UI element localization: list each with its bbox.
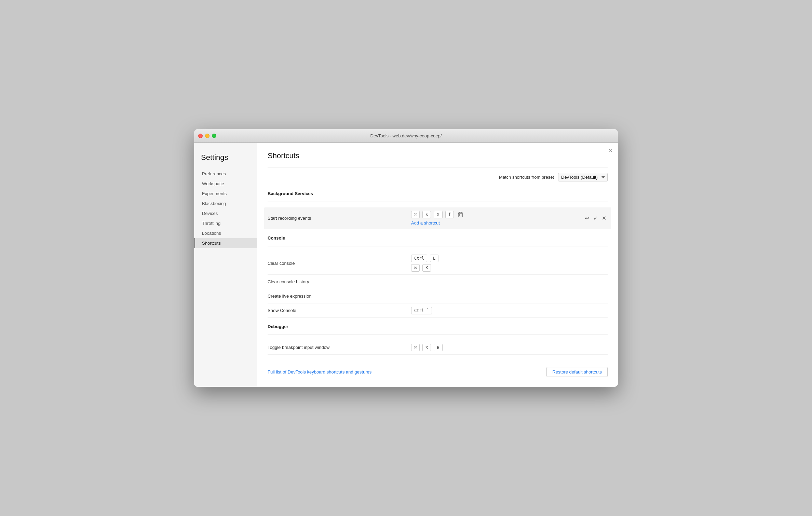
- preset-label: Match shortcuts from preset: [499, 175, 554, 180]
- close-button[interactable]: ×: [609, 148, 612, 154]
- preset-row: Match shortcuts from preset DevTools (De…: [268, 173, 608, 181]
- sidebar-item-locations[interactable]: Locations: [194, 228, 257, 238]
- traffic-lights: [198, 134, 216, 138]
- shortcut-row-live-expression: Create live expression: [268, 289, 608, 303]
- confirm-button[interactable]: ✓: [592, 214, 599, 222]
- add-shortcut-link[interactable]: Add a shortcut: [411, 220, 440, 226]
- maximize-traffic-light[interactable]: [212, 134, 216, 138]
- sidebar-item-shortcuts[interactable]: Shortcuts: [194, 238, 257, 248]
- sidebar-item-devices[interactable]: Devices: [194, 208, 257, 218]
- shortcut-row-clear-console: Clear console Ctrl L ⌘ K: [268, 252, 608, 275]
- shortcut-row-start-recording: Start recording events ⌘ s ⌘ f: [264, 207, 611, 229]
- section-divider-debugger: [268, 335, 608, 335]
- section-debugger: Debugger Toggle breakpoint input window …: [268, 321, 608, 355]
- key-row-ctrl-l: Ctrl L: [411, 255, 608, 262]
- shortcut-keys-clear-console: Ctrl L ⌘ K: [411, 255, 608, 272]
- key-f: f: [445, 211, 454, 218]
- shortcut-row-toggle-breakpoint: Toggle breakpoint input window ⌘ ⌥ B: [268, 340, 608, 355]
- delete-shortcut-button[interactable]: [457, 211, 464, 218]
- shortcut-row-show-console: Show Console Ctrl `: [268, 303, 608, 318]
- shortcut-keys-toggle-breakpoint: ⌘ ⌥ B: [411, 344, 608, 351]
- key-row-start-recording: ⌘ s ⌘ f: [411, 211, 583, 218]
- key-cmd2: ⌘: [434, 211, 442, 218]
- key-row-ctrl-backtick: Ctrl `: [411, 307, 608, 314]
- key-cmd: ⌘: [411, 211, 420, 218]
- key-row-cmd-k: ⌘ K: [411, 264, 608, 272]
- key-b: B: [434, 344, 442, 351]
- svg-rect-0: [458, 213, 462, 217]
- devtools-window: DevTools - web.dev/why-coop-coep/ Settin…: [194, 129, 618, 387]
- key-cmd-k1: ⌘: [411, 264, 420, 272]
- section-divider-bg: [268, 202, 608, 202]
- key-l: L: [430, 255, 438, 262]
- preset-select[interactable]: DevTools (Default) Visual Studio Code: [558, 173, 608, 181]
- section-title-debugger: Debugger: [268, 321, 608, 332]
- main-content: × Shortcuts Match shortcuts from preset …: [257, 143, 618, 387]
- restore-defaults-button[interactable]: Restore default shortcuts: [546, 367, 608, 377]
- shortcut-keys-show-console: Ctrl `: [411, 307, 608, 314]
- section-background-services: Background Services Start recording even…: [268, 188, 608, 229]
- footer: Full list of DevTools keyboard shortcuts…: [268, 362, 608, 378]
- section-title-background-services: Background Services: [268, 188, 608, 199]
- key-ctrl: Ctrl: [411, 255, 427, 262]
- shortcut-name-toggle-breakpoint: Toggle breakpoint input window: [268, 345, 411, 350]
- key-row-cmd-opt-b: ⌘ ⌥ B: [411, 344, 608, 351]
- svg-rect-4: [459, 212, 461, 213]
- shortcut-keys-start-recording: ⌘ s ⌘ f: [411, 211, 583, 226]
- close-traffic-light[interactable]: [198, 134, 203, 138]
- section-title-console: Console: [268, 233, 608, 243]
- sidebar-heading: Settings: [194, 150, 257, 169]
- row-end-actions: ↩ ✓ ✕: [583, 214, 608, 222]
- key-ctrl-backtick: Ctrl `: [411, 307, 432, 314]
- sidebar-item-throttling[interactable]: Throttling: [194, 218, 257, 228]
- sidebar-item-experiments[interactable]: Experiments: [194, 189, 257, 199]
- shortcut-row-clear-history: Clear console history: [268, 275, 608, 289]
- window-body: Settings Preferences Workspace Experimen…: [194, 143, 618, 387]
- sidebar: Settings Preferences Workspace Experimen…: [194, 143, 257, 387]
- top-divider: [268, 167, 608, 167]
- shortcut-name-show-console: Show Console: [268, 308, 411, 313]
- sidebar-item-blackboxing[interactable]: Blackboxing: [194, 199, 257, 208]
- add-shortcut-row: Add a shortcut: [411, 220, 583, 226]
- key-opt: ⌥: [422, 344, 431, 351]
- undo-button[interactable]: ↩: [583, 214, 591, 222]
- page-title: Shortcuts: [268, 151, 608, 160]
- section-console: Console Clear console Ctrl L ⌘ K: [268, 233, 608, 318]
- shortcut-name-live-expression: Create live expression: [268, 294, 411, 299]
- full-list-link[interactable]: Full list of DevTools keyboard shortcuts…: [268, 369, 371, 375]
- key-cmd-b1: ⌘: [411, 344, 420, 351]
- shortcut-name-clear-console: Clear console: [268, 261, 411, 266]
- shortcut-name-clear-history: Clear console history: [268, 279, 411, 284]
- cancel-edit-button[interactable]: ✕: [600, 214, 608, 222]
- window-title: DevTools - web.dev/why-coop-coep/: [370, 133, 442, 138]
- sidebar-item-workspace[interactable]: Workspace: [194, 179, 257, 189]
- shortcut-name-start-recording: Start recording events: [268, 216, 411, 221]
- minimize-traffic-light[interactable]: [205, 134, 209, 138]
- key-s: s: [422, 211, 431, 218]
- titlebar: DevTools - web.dev/why-coop-coep/: [194, 129, 618, 143]
- key-k: K: [422, 264, 431, 272]
- section-divider-console: [268, 246, 608, 246]
- sidebar-item-preferences[interactable]: Preferences: [194, 169, 257, 179]
